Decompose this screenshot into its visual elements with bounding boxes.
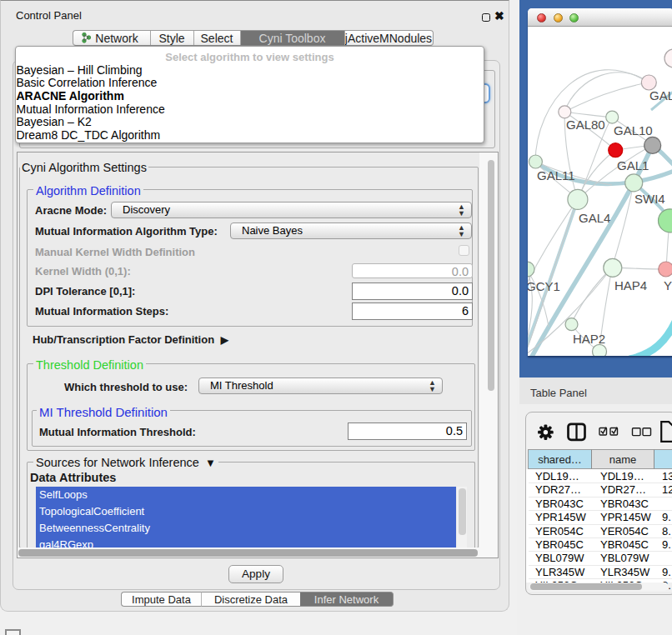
svg-text:HAP2: HAP2: [573, 332, 605, 346]
svg-text:Y: Y: [664, 278, 672, 292]
svg-text:GAL4: GAL4: [579, 211, 610, 225]
svg-text:GAL: GAL: [649, 88, 672, 102]
svg-text:GAL1: GAL1: [617, 158, 649, 172]
svg-text:GAL11: GAL11: [537, 168, 575, 182]
svg-text:GAL80: GAL80: [566, 118, 605, 132]
svg-text:HAP4: HAP4: [614, 278, 647, 292]
svg-text:GCY1: GCY1: [528, 279, 560, 293]
svg-text:SWI4: SWI4: [634, 192, 665, 206]
svg-text:GAL10: GAL10: [614, 123, 653, 138]
